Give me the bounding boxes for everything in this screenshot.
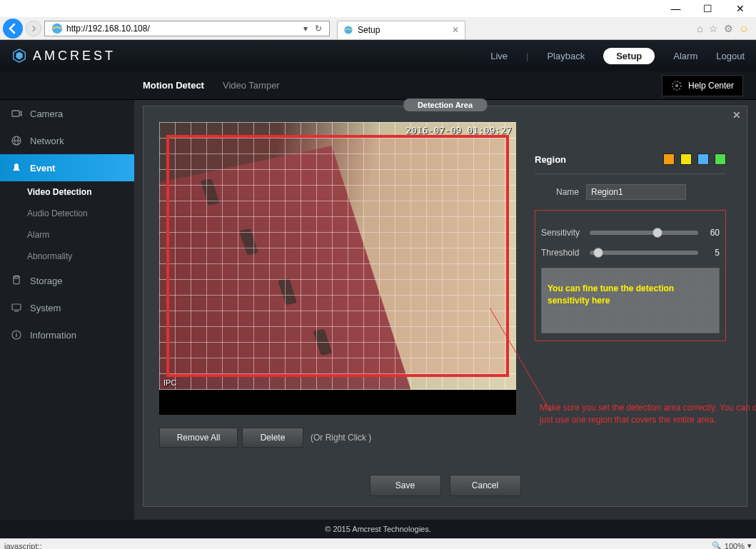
tuning-box: Sensitivity 60 Threshold 5 You can fine … [535, 210, 726, 341]
video-timestamp: 2016-07-09 01:09:27 [405, 125, 512, 136]
sidebar-item-event[interactable]: Event [0, 154, 134, 181]
video-preview-area: 2016-07-09 01:09:27 IPC [159, 122, 516, 415]
threshold-label: Threshold [541, 248, 584, 258]
remove-all-button[interactable]: Remove All [159, 428, 238, 448]
window-close-button[interactable]: ✕ [724, 0, 756, 17]
sensitivity-value: 60 [704, 228, 720, 238]
detection-area-dialog: Detection Area ✕ 2016-07-09 01:09:27 IPC [143, 106, 747, 507]
sidebar-sub-abnormality[interactable]: Abnormality [0, 246, 134, 267]
browser-forward-button[interactable] [26, 21, 41, 36]
favorites-icon[interactable]: ☆ [709, 23, 718, 34]
nav-live[interactable]: Live [490, 51, 508, 61]
sidebar-item-system[interactable]: System [0, 294, 134, 321]
threshold-slider[interactable] [590, 251, 698, 255]
tab-title: Setup [358, 25, 380, 35]
copyright-text: © 2015 Amcrest Technologies. [325, 525, 431, 533]
ie-icon [343, 25, 353, 35]
sidebar-item-storage[interactable]: Storage [0, 267, 134, 294]
network-icon [10, 134, 23, 147]
svg-rect-6 [12, 111, 19, 116]
name-label: Name [535, 187, 579, 197]
help-center-button[interactable]: Help Center [662, 75, 743, 96]
svg-marker-3 [16, 52, 22, 60]
window-minimize-button[interactable]: — [660, 0, 692, 17]
svg-point-5 [675, 84, 678, 87]
zoom-dropdown-icon[interactable]: ▾ [747, 541, 752, 549]
tab-close-icon[interactable]: ✕ [452, 25, 459, 35]
sidebar-sub-alarm[interactable]: Alarm [0, 224, 134, 246]
browser-back-button[interactable] [3, 19, 23, 39]
detection-region-rect[interactable] [166, 135, 509, 377]
svg-rect-11 [12, 304, 21, 310]
sidebar-item-information[interactable]: Information [0, 321, 134, 348]
svg-point-15 [16, 332, 17, 333]
threshold-value: 5 [704, 248, 720, 258]
sidebar-label: Information [30, 330, 76, 341]
address-bar[interactable]: http://192.168.10.108/ ▾ ↻ [44, 21, 330, 36]
nav-setup[interactable]: Setup [603, 48, 655, 64]
video-source-label: IPC [163, 378, 176, 387]
delete-button[interactable]: Delete [242, 428, 303, 448]
sensitivity-slider[interactable] [590, 231, 698, 235]
nav-logout[interactable]: Logout [716, 51, 745, 61]
smiley-icon[interactable]: ☺ [739, 23, 749, 34]
sidebar-label: Camera [30, 109, 63, 119]
browser-tab[interactable]: Setup ✕ [337, 21, 465, 39]
sidebar-label: Network [30, 136, 64, 146]
status-text: javascript:; [4, 542, 42, 550]
url-text: http://192.168.10.108/ [66, 24, 150, 34]
histogram-annotation: You can fine tune the detection sensitiv… [548, 283, 713, 307]
browser-toolbar: http://192.168.10.108/ ▾ ↻ Setup ✕ ⌂ ☆ ⚙… [0, 17, 756, 40]
sidebar-sub-audio-detection[interactable]: Audio Detection [0, 203, 134, 224]
cancel-button[interactable]: Cancel [450, 475, 521, 496]
brand-text: AMCREST [33, 49, 116, 64]
tab-video-tamper[interactable]: Video Tamper [223, 80, 280, 91]
region-color-yellow[interactable] [680, 153, 692, 165]
home-icon[interactable]: ⌂ [697, 23, 702, 34]
zoom-icon[interactable]: 🔍 [712, 541, 722, 549]
nav-playback[interactable]: Playback [547, 51, 585, 61]
sidebar-item-camera[interactable]: Camera [0, 100, 134, 127]
window-maximize-button[interactable]: ☐ [692, 0, 724, 17]
sensitivity-label: Sensitivity [541, 228, 584, 238]
dialog-close-icon[interactable]: ✕ [732, 109, 741, 121]
app-footer: © 2015 Amcrest Technologies. [0, 520, 756, 538]
info-icon [10, 328, 23, 341]
ie-icon [51, 22, 64, 35]
region-color-orange[interactable] [663, 153, 675, 165]
app-header: AMCREST Live | Playback Setup Alarm Logo… [0, 40, 756, 71]
sidebar-sub-video-detection[interactable]: Video Detection [0, 181, 134, 203]
nav-alarm[interactable]: Alarm [673, 51, 697, 61]
tab-motion-detect[interactable]: Motion Detect [143, 80, 204, 91]
tools-icon[interactable]: ⚙ [724, 23, 733, 34]
system-icon [10, 301, 23, 314]
url-dropdown-icon[interactable]: ▾ [301, 24, 311, 34]
event-icon [10, 161, 23, 174]
region-name-input[interactable] [586, 184, 686, 200]
svg-line-16 [490, 308, 550, 411]
detection-area-annotation: Make sure you set the detection area cor… [540, 402, 756, 426]
help-icon [671, 80, 682, 91]
annotation-line [486, 308, 558, 415]
sub-tabs: Motion Detect Video Tamper Help Center [0, 71, 756, 100]
sidebar-label: Event [30, 163, 55, 173]
sidebar-label: System [30, 303, 61, 313]
storage-icon [10, 274, 23, 287]
region-settings-panel: Region Name Sensitivity 60 [535, 149, 726, 341]
brand-logo: AMCREST [11, 48, 116, 64]
region-color-green[interactable] [715, 153, 726, 165]
dialog-title: Detection Area [403, 99, 487, 111]
sidebar-item-network[interactable]: Network [0, 127, 134, 154]
save-button[interactable]: Save [370, 475, 441, 496]
histogram-chart: You can fine tune the detection sensitiv… [541, 268, 720, 333]
video-feed[interactable]: 2016-07-09 01:09:27 IPC [159, 122, 516, 390]
refresh-icon[interactable]: ↻ [312, 24, 325, 34]
zoom-value: 100% [725, 542, 745, 550]
help-center-label: Help Center [688, 81, 734, 91]
region-color-blue[interactable] [697, 153, 709, 165]
region-label: Region [535, 154, 657, 165]
browser-status-bar: javascript:; 🔍 100% ▾ [0, 538, 756, 549]
sidebar-label: Storage [30, 276, 63, 286]
logo-icon [11, 48, 27, 64]
right-click-hint: (Or Right Click ) [311, 433, 371, 443]
